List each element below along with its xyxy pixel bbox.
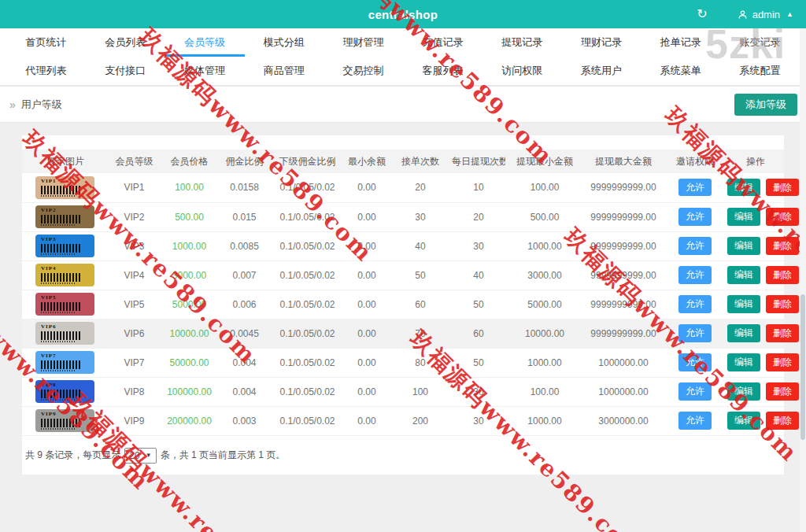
delete-button[interactable]: 删除	[766, 208, 799, 225]
delete-button[interactable]: 删除	[766, 295, 799, 312]
vip-badge-image: VIP1	[35, 176, 94, 199]
invite-allow-button[interactable]: 允许	[678, 179, 712, 196]
order-count-cell: 200	[389, 406, 452, 435]
nav-item-row2-6[interactable]: 访问权限	[482, 57, 562, 85]
edit-button[interactable]: 编辑	[727, 208, 760, 225]
vip-badge-label: VIP2	[41, 208, 94, 213]
delete-button[interactable]: 删除	[766, 179, 799, 196]
level-cell: VIP5	[109, 290, 160, 319]
nav-item-row2-7[interactable]: 系统用户	[562, 57, 641, 85]
column-header-0: 展示图片	[22, 150, 109, 173]
nav-item-row2-3[interactable]: 商品管理	[244, 57, 324, 85]
price-cell: 5000.00	[160, 290, 219, 319]
badge-cell: VIP2	[22, 202, 109, 231]
badge-cell: VIP3	[22, 231, 109, 260]
edit-button[interactable]: 编辑	[727, 266, 760, 283]
nav-item-row1-1[interactable]: 会员列表	[86, 28, 165, 57]
invite-cell: 允许	[663, 202, 727, 231]
min-balance-cell: 0.00	[345, 260, 389, 290]
daily-withdraw-times-cell: 60	[452, 319, 505, 348]
nav-item-row1-0[interactable]: 首页统计	[6, 28, 86, 57]
edit-button[interactable]: 编辑	[727, 353, 760, 371]
vip-badge-label: VIP4	[41, 266, 94, 272]
table-row: VIP2VIP2500.000.0150.1/0.05/0.020.003020…	[22, 202, 784, 231]
badge-cell: VIP9	[22, 406, 109, 435]
edit-button[interactable]: 编辑	[727, 295, 760, 312]
edit-button[interactable]: 编辑	[727, 179, 760, 196]
pagination-suffix: 条，共 1 页当前显示第 1 页。	[161, 449, 286, 462]
delete-button[interactable]: 删除	[766, 324, 799, 342]
barcode-graphic	[41, 244, 82, 253]
column-header-11: 操作	[727, 150, 784, 173]
admin-menu[interactable]: admin ▲	[738, 9, 793, 20]
table-row: VIP5VIP55000.000.0060.1/0.05/0.020.00605…	[22, 290, 784, 319]
delete-button[interactable]: 删除	[766, 412, 799, 429]
sub-commission-cell: 0.1/0.05/0.02	[270, 231, 345, 260]
min-withdraw-cell: 5000.00	[505, 290, 584, 319]
nav-item-row1-3[interactable]: 模式分组	[244, 28, 324, 57]
min-withdraw-cell: 1000.00	[505, 406, 584, 435]
delete-button[interactable]: 删除	[766, 382, 799, 400]
barcode-graphic	[41, 186, 82, 194]
nav-item-row1-2[interactable]: 会员等级	[165, 28, 245, 57]
page-size-select[interactable]: 20 ▼	[124, 448, 156, 464]
nav-item-row1-9[interactable]: 账变记录	[720, 28, 800, 57]
nav-item-row2-0[interactable]: 代理列表	[6, 57, 86, 85]
nav-item-row2-5[interactable]: 客服列表	[403, 57, 482, 85]
nav-row-2: 代理列表支付接口媒体管理商品管理交易控制客服列表访问权限系统用户系统菜单系统配置	[0, 57, 806, 85]
delete-button[interactable]: 删除	[766, 353, 799, 371]
level-cell: VIP7	[109, 348, 160, 377]
level-cell: VIP1	[109, 173, 160, 202]
commission-cell: 0.006	[219, 290, 270, 319]
nav-item-row2-8[interactable]: 系统菜单	[641, 57, 720, 85]
barcode-digits	[41, 341, 76, 342]
min-balance-cell: 0.00	[345, 231, 389, 260]
breadcrumb: 用户等级	[21, 98, 62, 112]
invite-allow-button[interactable]: 允许	[678, 266, 712, 283]
scrollbar-thumb[interactable]	[800, 294, 805, 440]
edit-button[interactable]: 编辑	[727, 237, 760, 254]
nav-item-row1-7[interactable]: 理财记录	[562, 28, 641, 57]
sub-commission-cell: 0.1/0.05/0.02	[270, 406, 345, 435]
min-balance-cell: 0.00	[345, 348, 389, 377]
chevron-up-icon: ▲	[786, 10, 793, 18]
invite-allow-button[interactable]: 允许	[678, 382, 712, 400]
column-header-9: 提现最大金额	[584, 150, 663, 173]
scrollbar-track[interactable]	[800, 28, 806, 532]
column-header-7: 每日提现次数	[452, 150, 505, 173]
nav-item-row2-4[interactable]: 交易控制	[324, 57, 403, 85]
edit-button[interactable]: 编辑	[727, 382, 760, 400]
nav-item-row1-5[interactable]: 充值记录	[403, 28, 482, 57]
barcode-graphic	[41, 302, 82, 311]
invite-allow-button[interactable]: 允许	[678, 237, 712, 254]
edit-button[interactable]: 编辑	[727, 412, 760, 429]
min-balance-cell: 0.00	[345, 173, 389, 202]
level-cell: VIP8	[109, 377, 160, 406]
actions-cell: 编辑删除	[727, 348, 784, 377]
min-balance-cell: 0.00	[345, 290, 389, 319]
vip-badge-label: VIP8	[41, 382, 94, 388]
add-level-button[interactable]: 添加等级	[734, 94, 797, 116]
price-cell: 200000.00	[160, 406, 219, 435]
barcode-graphic	[41, 331, 82, 340]
invite-allow-button[interactable]: 允许	[678, 353, 712, 371]
delete-button[interactable]: 删除	[766, 266, 799, 283]
invite-allow-button[interactable]: 允许	[678, 412, 712, 429]
barcode-digits	[41, 283, 76, 284]
nav-item-row2-9[interactable]: 系统配置	[720, 57, 800, 85]
edit-button[interactable]: 编辑	[727, 324, 760, 342]
refresh-icon[interactable]: ↻	[697, 8, 707, 20]
nav-item-row2-2[interactable]: 媒体管理	[165, 57, 245, 85]
nav-item-row1-6[interactable]: 提现记录	[482, 28, 562, 57]
badge-cell: VIP1	[22, 173, 109, 202]
invite-allow-button[interactable]: 允许	[678, 324, 712, 342]
actions-cell: 编辑删除	[727, 319, 784, 348]
nav-item-row1-4[interactable]: 理财管理	[324, 28, 403, 57]
invite-allow-button[interactable]: 允许	[678, 208, 712, 225]
sub-commission-cell: 0.1/0.05/0.02	[270, 290, 345, 319]
invite-allow-button[interactable]: 允许	[678, 295, 712, 312]
commission-cell: 0.0045	[219, 319, 270, 348]
nav-item-row2-1[interactable]: 支付接口	[86, 57, 165, 85]
delete-button[interactable]: 删除	[766, 237, 799, 254]
nav-item-row1-8[interactable]: 抢单记录	[641, 28, 720, 57]
